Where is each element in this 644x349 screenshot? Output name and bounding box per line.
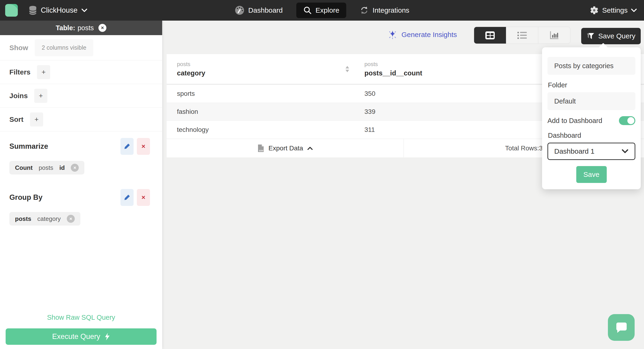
column-name-label: category xyxy=(177,69,356,77)
nav-label: Integrations xyxy=(372,6,410,14)
export-data-button[interactable]: csv Export Data xyxy=(166,139,404,157)
funnel-icon xyxy=(586,32,594,39)
show-raw-sql-link[interactable]: Show Raw SQL Query xyxy=(0,314,162,321)
chevron-down-icon xyxy=(622,149,628,153)
sort-indicator-icon[interactable] xyxy=(345,66,350,72)
chevron-up-icon xyxy=(307,147,313,150)
add-filter-button[interactable]: + xyxy=(37,65,50,79)
nav-label: Explore xyxy=(316,6,339,14)
top-nav: ClickHouse Dashboard Explore xyxy=(0,0,644,21)
add-to-dashboard-label: Add to Dashboard xyxy=(548,117,602,125)
main-nav: Dashboard Explore Integrations xyxy=(231,0,412,21)
execute-query-button[interactable]: Execute Query xyxy=(6,328,156,345)
chip-column: id xyxy=(59,164,65,171)
panel-shadow-divider xyxy=(0,234,162,235)
edit-summarize-button[interactable] xyxy=(120,138,134,155)
nav-label: Dashboard xyxy=(248,6,283,14)
chip-aggregation: Count xyxy=(15,164,32,171)
search-icon xyxy=(303,6,312,14)
sparkle-icon xyxy=(388,30,397,39)
pencil-icon xyxy=(124,143,130,150)
cell-category: sports xyxy=(166,90,356,97)
chevron-down-icon xyxy=(631,8,637,12)
nav-item-dashboard[interactable]: Dashboard xyxy=(231,2,286,18)
gauge-icon xyxy=(234,5,244,15)
table-view-toggle[interactable] xyxy=(474,27,506,43)
filters-section: Filters + xyxy=(0,60,162,84)
group-by-section: Group By × posts category × xyxy=(0,182,162,234)
remove-group-by-button[interactable]: × xyxy=(137,189,150,206)
chevron-down-icon xyxy=(81,8,88,12)
cell-category: technology xyxy=(166,126,356,133)
export-data-label: Export Data xyxy=(268,144,303,152)
sidebar-footer: Show Raw SQL Query Execute Query xyxy=(0,314,162,349)
nav-item-integrations[interactable]: Integrations xyxy=(357,2,413,18)
app-logo[interactable] xyxy=(5,4,18,17)
list-view-icon xyxy=(517,31,527,40)
folder-label: Folder xyxy=(548,81,635,89)
show-section: Show 2 columns visible xyxy=(0,35,162,60)
sort-section: Sort + xyxy=(0,108,162,131)
generate-insights-label: Generate Insights xyxy=(402,31,457,39)
column-group-label: posts xyxy=(177,61,356,67)
column-header-category[interactable]: posts category xyxy=(166,54,356,84)
execute-query-label: Execute Query xyxy=(52,332,100,341)
table-header-bar: Table: posts × xyxy=(0,21,162,35)
gear-icon xyxy=(590,6,599,15)
query-name-input[interactable]: Posts by categories xyxy=(548,57,635,75)
remove-chip-button[interactable]: × xyxy=(71,164,79,172)
settings-label: Settings xyxy=(602,6,628,14)
dashboard-label: Dashboard xyxy=(548,132,635,139)
database-icon xyxy=(28,6,37,15)
table-view-icon xyxy=(485,31,496,40)
group-by-label: Group By xyxy=(9,193,42,202)
generate-insights-button[interactable]: Generate Insights xyxy=(388,30,457,39)
brand-name: ClickHouse xyxy=(41,6,78,14)
show-label: Show xyxy=(9,44,28,52)
remove-table-button[interactable]: × xyxy=(98,24,106,32)
save-query-button[interactable]: Save Query xyxy=(581,28,641,44)
add-sort-button[interactable]: + xyxy=(30,112,43,126)
chip-column: category xyxy=(37,215,61,223)
summarize-label: Summarize xyxy=(9,142,48,151)
lightning-icon xyxy=(104,333,110,340)
chat-widget-button[interactable] xyxy=(608,314,635,341)
remove-summarize-button[interactable]: × xyxy=(137,138,150,155)
dashboard-select-value: Dashboard 1 xyxy=(554,147,594,155)
results-area: Generate Insights xyxy=(162,21,644,349)
dashboard-select[interactable]: Dashboard 1 xyxy=(548,143,635,160)
cell-category: fashion xyxy=(166,108,356,115)
columns-visible-chip[interactable]: 2 columns visible xyxy=(35,39,93,56)
list-view-toggle[interactable] xyxy=(506,27,538,43)
remove-chip-button[interactable]: × xyxy=(67,215,75,223)
sync-icon xyxy=(360,6,369,15)
summarize-section: Summarize × Count posts id × xyxy=(0,131,162,182)
chip-table: posts xyxy=(39,164,53,171)
joins-section: Joins + xyxy=(0,84,162,108)
save-query-popover: Posts by categories Folder Default Add t… xyxy=(542,47,641,189)
chart-view-icon xyxy=(549,31,559,40)
add-to-dashboard-toggle[interactable] xyxy=(619,116,635,125)
nav-item-explore[interactable]: Explore xyxy=(296,2,346,18)
database-selector[interactable]: ClickHouse xyxy=(28,6,88,15)
query-builder-sidebar: Table: posts × Show 2 columns visible Fi… xyxy=(0,21,162,349)
brand-area: ClickHouse xyxy=(5,4,88,17)
csv-file-icon: csv xyxy=(257,144,264,153)
svg-text:csv: csv xyxy=(259,149,264,152)
summarize-chip[interactable]: Count posts id × xyxy=(9,161,84,174)
chart-view-toggle[interactable] xyxy=(538,27,570,43)
group-by-chip[interactable]: posts category × xyxy=(9,212,80,226)
save-query-label: Save Query xyxy=(598,32,635,40)
table-header-prefix: Table: xyxy=(56,24,75,32)
table-header-name: posts xyxy=(78,24,94,32)
pencil-icon xyxy=(124,194,130,201)
add-join-button[interactable]: + xyxy=(34,89,47,103)
edit-group-by-button[interactable] xyxy=(120,189,134,206)
chip-table: posts xyxy=(15,215,31,223)
popover-save-button[interactable]: Save xyxy=(576,166,607,183)
view-toggle-group xyxy=(474,27,570,44)
filters-label: Filters xyxy=(9,68,30,76)
sort-label: Sort xyxy=(9,115,24,123)
settings-menu[interactable]: Settings xyxy=(590,0,637,21)
folder-input[interactable]: Default xyxy=(548,92,635,110)
